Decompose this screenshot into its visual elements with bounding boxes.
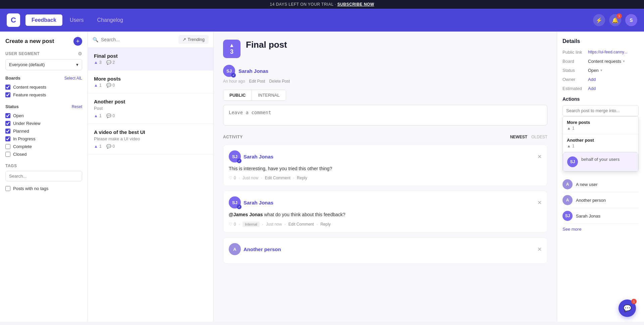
close-comment-3[interactable]: ✕ (537, 246, 542, 252)
comment-number: 0 (113, 144, 115, 149)
status-under-review-checkbox[interactable] (5, 121, 10, 126)
detail-public-link-label: Public link (562, 50, 586, 55)
edit-comment-1[interactable]: Edit Comment (265, 176, 290, 180)
admin-badge: ✓ (237, 204, 241, 209)
board-content-requests[interactable]: Content requests (5, 83, 82, 91)
vote-arrow-icon: ▲ (567, 144, 571, 148)
user-name-another-person: Another person (576, 198, 606, 203)
see-more-button[interactable]: See more (562, 227, 639, 232)
chevron-down-icon: ▾ (76, 62, 78, 67)
comment-number: 0 (113, 113, 115, 118)
tab-internal[interactable]: INTERNAL (252, 90, 285, 100)
status-closed-checkbox[interactable] (5, 152, 10, 157)
post-item-meta: ▲ 1 💬 0 (94, 113, 207, 118)
user-avatar[interactable]: S (625, 14, 637, 26)
comment-author-name-3[interactable]: Another person (244, 246, 281, 252)
nav-tab-feedback[interactable]: Feedback (25, 14, 62, 26)
reset-button[interactable]: Reset (72, 104, 82, 109)
status-in-progress-checkbox[interactable] (5, 136, 10, 141)
user-item-sarah[interactable]: SJ Sarah Jonas (562, 208, 639, 224)
detail-estimated-add[interactable]: Add (588, 86, 596, 91)
close-comment-2[interactable]: ✕ (537, 199, 542, 206)
merge-item-more-posts[interactable]: More posts ▲ 1 (563, 117, 638, 134)
detail-owner-add[interactable]: Add (588, 77, 596, 82)
close-comment-1[interactable]: ✕ (537, 153, 542, 160)
merge-item-another-post[interactable]: Another post ▲ 1 (563, 134, 638, 152)
status-under-review[interactable]: Under Review (5, 120, 82, 127)
edit-post-button[interactable]: Edit Post (249, 79, 265, 84)
vote-number: 1 (99, 144, 102, 149)
main-content: ▲ 3 Final post SJ ✓ Sarah Jonas An hour … (214, 32, 557, 322)
post-meta: An hour ago Edit Post Delete Post (223, 79, 547, 84)
delete-post-button[interactable]: Delete Post (269, 79, 290, 84)
status-planned[interactable]: Planned (5, 127, 82, 135)
user-item-another-person[interactable]: A Another person (562, 192, 639, 208)
board-feature-checkbox[interactable] (5, 92, 10, 97)
comment-number: 0 (113, 83, 115, 88)
post-item-more[interactable]: More posts ▲ 1 💬 0 (88, 71, 213, 93)
status-in-progress-label: In Progress (13, 136, 35, 141)
vote-box[interactable]: ▲ 3 (223, 40, 240, 58)
board-feature-requests[interactable]: Feature requests (5, 91, 82, 99)
status-open[interactable]: Open (5, 112, 82, 120)
comment-card-3: A Another person ✕ (223, 237, 547, 264)
tab-public[interactable]: PUBLIC (223, 90, 252, 100)
status-value: Open (588, 68, 599, 73)
status-complete[interactable]: Complete (5, 143, 82, 150)
create-post-button[interactable]: + (73, 37, 82, 46)
chat-bubble[interactable]: 💬 1 (619, 299, 636, 317)
status-open-checkbox[interactable] (5, 113, 10, 118)
tags-search-input[interactable] (5, 171, 82, 181)
posts-no-tags-checkbox[interactable] (5, 186, 10, 191)
author-row: SJ ✓ Sarah Jonas (223, 65, 547, 77)
status-select[interactable]: Open ▾ (588, 68, 602, 73)
board-select[interactable]: Content requests ▾ (588, 59, 625, 64)
reply-button-1[interactable]: Reply (297, 176, 307, 180)
trending-button[interactable]: ↗ Trending (178, 35, 209, 44)
posts-no-tags[interactable]: Posts with no tags (5, 185, 82, 192)
merge-search-input[interactable] (562, 105, 639, 116)
status-under-review-label: Under Review (13, 121, 41, 126)
comment-text-1: This is interesting, have you tried this… (229, 165, 542, 172)
nav-tab-users[interactable]: Users (64, 14, 90, 26)
search-input[interactable] (101, 37, 176, 42)
gear-icon[interactable]: ⚙ (78, 51, 83, 56)
status-planned-checkbox[interactable] (5, 129, 10, 134)
comment-author-name-2[interactable]: Sarah Jonas (244, 200, 273, 205)
user-name-new: A new user (576, 182, 597, 187)
post-item-meta: ▲ 1 💬 0 (94, 83, 207, 88)
post-item-video[interactable]: A video of the best UI Please make a UI … (88, 124, 213, 154)
post-item-final[interactable]: Final post ▲ 3 💬 2 (88, 48, 213, 71)
status-planned-label: Planned (13, 129, 29, 134)
reply-button-2[interactable]: Reply (320, 222, 331, 227)
status-closed[interactable]: Closed (5, 150, 82, 158)
nav-tab-changelog[interactable]: Changelog (91, 14, 129, 26)
user-item-new[interactable]: A A new user (562, 177, 639, 192)
subscribe-link[interactable]: SUBSCRIBE NOW (337, 2, 374, 7)
sort-oldest[interactable]: OLDEST (531, 135, 547, 139)
overlap-text: behalf of your users (581, 156, 620, 162)
like-button-2[interactable]: ♡ 0 (229, 222, 236, 227)
sort-newest[interactable]: NEWEST (510, 135, 527, 139)
post-item-another[interactable]: Another post Post ▲ 1 💬 0 (88, 93, 213, 124)
lightning-icon-btn[interactable]: ⚡ (593, 14, 605, 26)
post-list: 🔍 ↗ Trending Final post ▲ 3 💬 2 More (88, 32, 214, 322)
vote-arrow-icon: ▲ (567, 126, 571, 131)
status-in-progress[interactable]: In Progress (5, 135, 82, 143)
author-name[interactable]: Sarah Jonas (238, 68, 268, 74)
detail-public-link-value[interactable]: https://ui-feed.canny... (588, 50, 627, 54)
comment-count: 💬 0 (106, 83, 115, 88)
like-button-1[interactable]: ♡ 0 (229, 176, 236, 180)
select-all-button[interactable]: Select AlL (64, 76, 82, 81)
status-complete-checkbox[interactable] (5, 144, 10, 149)
vote-number: 1 (99, 113, 102, 118)
comment-header-3: A Another person ✕ (229, 243, 542, 255)
edit-comment-2[interactable]: Edit Comment (288, 222, 314, 227)
segment-select[interactable]: Everyone (default) ▾ (5, 59, 82, 70)
notifications-icon-btn[interactable]: 🔔 1 (609, 14, 621, 26)
sidebar: Create a new post + User Segment ⚙ Every… (0, 32, 88, 322)
mention: @James Jonas (229, 212, 263, 217)
comment-input[interactable] (223, 105, 547, 126)
board-content-checkbox[interactable] (5, 85, 10, 90)
comment-author-name-1[interactable]: Sarah Jonas (244, 154, 273, 159)
